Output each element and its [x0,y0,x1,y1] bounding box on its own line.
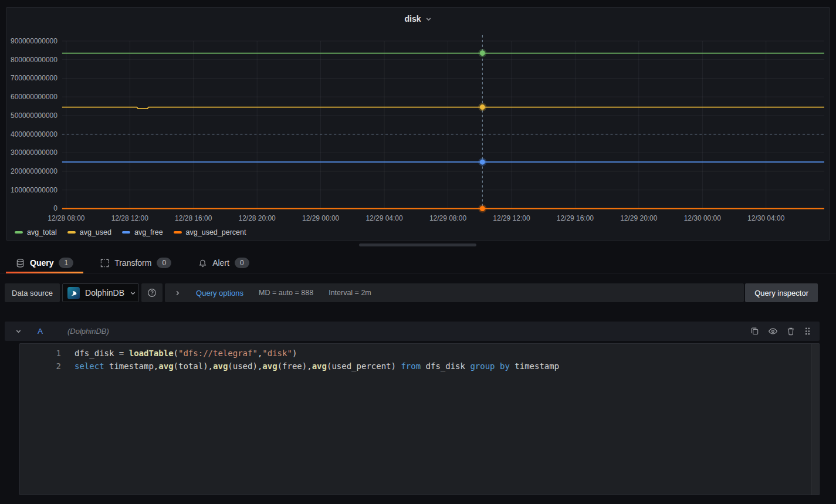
legend-label: avg_used_percent [186,228,246,236]
code-text: dfs_disk = loadTable("dfs://telegraf","d… [61,347,297,360]
legend-item[interactable]: avg_free [122,228,163,236]
line-number: 2 [20,360,61,373]
chart-legend: avg_totalavg_usedavg_freeavg_used_percen… [15,228,246,236]
svg-text:800000000000: 800000000000 [11,56,57,64]
svg-text:0: 0 [53,204,57,212]
timeseries-panel: 9000000000008000000000007000000000006000… [6,7,830,241]
legend-item[interactable]: avg_total [15,228,57,236]
legend-label: avg_free [134,228,163,236]
pane-splitter[interactable] [359,243,476,246]
legend-label: avg_total [27,228,57,236]
legend-swatch [122,231,130,234]
editor-tabs: Query 1 Transform 0 Alert 0 [0,252,836,274]
datasource-help-button[interactable] [141,283,163,302]
tab-label: Query [30,258,53,268]
code-line[interactable]: 2select timestamp,avg(total),avg(used),a… [20,360,819,373]
svg-text:12/30 04:00: 12/30 04:00 [747,214,785,222]
query-options-interval: Interval = 2m [329,289,371,297]
database-icon [16,259,25,268]
svg-text:12/30 00:00: 12/30 00:00 [684,214,722,222]
query-options-md: MD = auto = 888 [259,289,313,297]
collapse-chevron-icon[interactable] [15,328,22,334]
svg-text:12/29 08:00: 12/29 08:00 [429,214,467,222]
legend-label: avg_used [80,228,111,236]
svg-text:12/28 12:00: 12/28 12:00 [111,214,149,222]
svg-text:12/29 12:00: 12/29 12:00 [493,214,530,222]
tab-badge: 1 [59,258,73,268]
tab-alert[interactable]: Alert 0 [188,252,259,273]
legend-swatch [15,231,23,234]
bell-icon [198,259,207,268]
transform-icon [100,259,109,268]
svg-text:600000000000: 600000000000 [11,93,57,101]
query-ref-name[interactable]: A [38,327,43,336]
duplicate-query-icon[interactable] [750,327,759,336]
svg-text:12/28 16:00: 12/28 16:00 [175,214,212,222]
chevron-down-icon [130,290,136,296]
legend-item[interactable]: avg_used_percent [174,228,246,236]
query-row-header[interactable]: A (DolphinDB) [5,322,820,341]
query-actions [750,326,811,336]
panel-header[interactable]: disk [6,11,830,26]
legend-swatch [67,231,76,234]
query-inspector-button[interactable]: Query inspector [745,283,818,302]
dolphindb-logo-icon [67,287,80,299]
svg-text:12/29 20:00: 12/29 20:00 [620,214,658,222]
help-circle-icon [147,288,157,297]
datasource-picker[interactable]: DolphinDB [62,283,139,302]
chevron-right-icon [174,290,181,296]
query-options-bar: Query options MD = auto = 888 Interval =… [165,283,744,302]
svg-text:900000000000: 900000000000 [11,37,57,45]
svg-text:12/29 04:00: 12/29 04:00 [365,214,403,222]
editor-scrollbar[interactable] [811,344,819,495]
svg-text:100000000000: 100000000000 [11,186,57,194]
code-line[interactable]: 1dfs_disk = loadTable("dfs://telegraf","… [20,347,819,360]
delete-query-trash-icon[interactable] [787,327,795,336]
datasource-row: Data source DolphinDB Query options MD =… [5,283,744,302]
datasource-value: DolphinDB [85,288,124,297]
drag-handle-icon[interactable] [804,327,811,336]
legend-swatch [174,231,182,234]
svg-text:12/29 00:00: 12/29 00:00 [302,214,340,222]
svg-text:12/29 16:00: 12/29 16:00 [557,214,594,222]
panel-title: disk [404,14,421,23]
svg-text:500000000000: 500000000000 [11,111,57,120]
svg-text:12/28 08:00: 12/28 08:00 [48,214,85,222]
chevron-down-icon [425,16,432,22]
svg-text:200000000000: 200000000000 [11,167,57,175]
svg-text:700000000000: 700000000000 [11,74,57,82]
code-lines: 1dfs_disk = loadTable("dfs://telegraf","… [20,344,819,373]
tab-transform[interactable]: Transform 0 [90,252,181,273]
query-options-link[interactable]: Query options [196,289,243,297]
tab-badge: 0 [235,258,249,268]
line-number: 1 [20,347,61,360]
svg-text:300000000000: 300000000000 [11,148,57,157]
query-datasource-hint: (DolphinDB) [67,327,109,336]
query-code-editor[interactable]: 1dfs_disk = loadTable("dfs://telegraf","… [19,343,820,495]
timeseries-plot[interactable]: 9000000000008000000000007000000000006000… [6,8,830,241]
code-text: select timestamp,avg(total),avg(used),av… [61,360,559,373]
svg-text:12/28 20:00: 12/28 20:00 [239,214,276,222]
toggle-visibility-eye-icon[interactable] [768,326,778,336]
legend-item[interactable]: avg_used [67,228,111,236]
tab-label: Alert [212,258,229,268]
datasource-label: Data source [5,283,60,302]
tab-badge: 0 [157,258,171,268]
tab-query[interactable]: Query 1 [6,252,83,273]
tab-label: Transform [114,258,151,268]
svg-text:400000000000: 400000000000 [11,130,57,138]
